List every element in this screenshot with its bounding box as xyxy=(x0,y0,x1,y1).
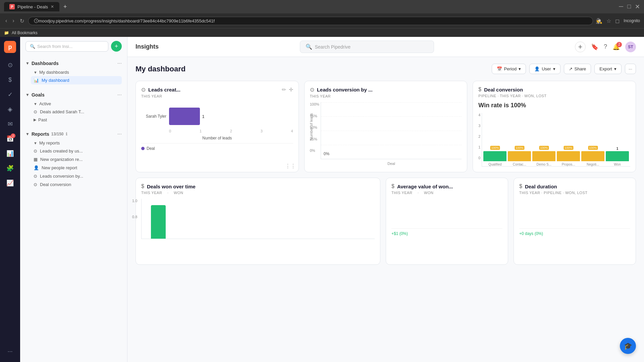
goals-menu[interactable]: ··· xyxy=(117,92,122,98)
share-icon: ↗ xyxy=(569,66,573,71)
nav-mail-icon[interactable]: ✉ xyxy=(3,117,17,131)
reports-info-icon[interactable]: ℹ xyxy=(66,132,67,136)
nav-back[interactable]: ‹ xyxy=(4,16,8,25)
dashboards-section-header[interactable]: ▼ Dashboards ··· xyxy=(25,58,122,68)
reports-section: ▼ Reports 13/150 ℹ ··· ▼ My reports ⊙ Le… xyxy=(20,126,127,191)
nav-incognito-icon[interactable]: 🕵 xyxy=(596,18,602,24)
topbar-search[interactable]: 🔍 Search Pipedrive xyxy=(300,41,434,53)
stage-bar-negotiation: 100% xyxy=(581,151,604,161)
report-new-people-label: New people report xyxy=(42,165,77,170)
nav-refresh[interactable]: ↻ xyxy=(18,16,25,25)
nav-forward[interactable]: › xyxy=(11,16,15,25)
nav-home-icon[interactable]: ⊙ xyxy=(3,58,17,72)
nav-star[interactable]: ☆ xyxy=(606,18,611,24)
report-leads-created[interactable]: ⊙ Leads created by us... xyxy=(31,147,122,155)
nav-activities-icon[interactable]: ✓ xyxy=(3,88,17,101)
browser-tab-close[interactable]: ✕ xyxy=(51,4,54,9)
goals-label: Goals xyxy=(32,92,45,98)
dashboards-label: Dashboards xyxy=(32,61,59,66)
nav-leads-icon[interactable]: ◈ xyxy=(3,103,17,116)
my-dashboard-item[interactable]: 📊 My dashboard xyxy=(31,76,122,84)
topbar-search-placeholder: Search Pipedrive xyxy=(315,44,351,50)
report-new-org[interactable]: ▦ New organization re... xyxy=(31,155,122,164)
deal-duration-header: $ Deal duration xyxy=(519,183,630,189)
leads-conv-subtitle: THIS YEAR xyxy=(310,94,462,98)
leads-conversion-widget: ⊙ Leads conversion by ... THIS YEAR 100%… xyxy=(304,81,468,172)
deal-conv-title: Deal conversion xyxy=(484,87,523,93)
nav-calendar-icon[interactable]: 📅 2 xyxy=(3,132,17,145)
report-deal-conversion[interactable]: ⊙ Deal conversion xyxy=(31,180,122,189)
topbar-help-icon[interactable]: ? xyxy=(604,43,607,50)
reports-arrow: ▼ xyxy=(25,132,30,136)
user-chevron: ▾ xyxy=(553,66,555,71)
sidebar-add-button[interactable]: + xyxy=(111,41,122,52)
sidebar-search-input[interactable]: 🔍 Search from Insi... xyxy=(25,41,108,52)
period-button[interactable]: 📅 Period ▾ xyxy=(492,64,526,74)
help-button[interactable]: 🎓 xyxy=(620,338,636,354)
browser-tab-title: Pipeline - Deals xyxy=(17,4,48,9)
won-bar xyxy=(151,205,166,239)
main-content: Insights 🔍 Search Pipedrive + 🔖 ? 🔔 2 ST xyxy=(127,37,644,362)
export-label: Export xyxy=(599,66,612,71)
pipedrive-logo[interactable]: p xyxy=(4,41,16,53)
stage-qualified: 1 100% Qualified xyxy=(483,147,506,166)
topbar-bookmark-icon[interactable]: 🔖 xyxy=(591,43,598,51)
nav-deals-icon[interactable]: $ xyxy=(3,73,17,86)
dashboard-header: My dashboard 📅 Period ▾ 👤 User ▾ ↗ Sha xyxy=(136,64,636,74)
my-dashboards-arrow: ▼ xyxy=(34,70,37,74)
nav-insights-icon[interactable]: 📈 xyxy=(3,176,17,190)
reports-menu[interactable]: ··· xyxy=(117,131,122,137)
stage-label-won: Won xyxy=(614,163,621,166)
browser-tab-add[interactable]: + xyxy=(63,3,67,10)
nav-reports-icon[interactable]: 📊 xyxy=(3,147,17,160)
widget-resize-handle[interactable]: ⋮⋮ xyxy=(285,163,296,169)
more-options-button[interactable]: ··· xyxy=(625,64,636,74)
deal-duration-footer: +0 days (0%) xyxy=(519,228,630,236)
reports-label: Reports xyxy=(32,131,49,137)
user-button[interactable]: 👤 User ▾ xyxy=(529,64,560,74)
browser-tab[interactable]: P Pipeline - Deals ✕ xyxy=(4,2,59,11)
url-text: moodjoy.pipedrive.com/progress/insights/… xyxy=(39,18,215,23)
nav-more-icon[interactable]: ··· xyxy=(3,345,17,358)
stage-bar-won xyxy=(606,151,629,161)
goals-section-header[interactable]: ▼ Goals ··· xyxy=(25,90,122,100)
leads-created-period: THIS YEAR xyxy=(141,94,162,98)
address-bar[interactable]: moodjoy.pipedrive.com/progress/insights/… xyxy=(28,17,593,25)
nav-profile[interactable]: ◻ xyxy=(615,18,620,24)
browser-favicon: P xyxy=(9,4,15,9)
report-leads-conversion[interactable]: ⊙ Leads conversion by... xyxy=(31,172,122,180)
browser-close[interactable]: ✕ xyxy=(635,3,640,10)
dashboards-menu[interactable]: ··· xyxy=(117,60,122,66)
conv-y-axis-label: Number of leads xyxy=(309,113,313,140)
browser-maximize[interactable]: □ xyxy=(627,3,631,10)
share-button[interactable]: ↗ Share xyxy=(564,64,591,74)
browser-minimize[interactable]: ─ xyxy=(619,3,623,10)
past-goals-header[interactable]: ▶ Past xyxy=(31,116,122,124)
deal-duration-subtitle-text: THIS YEAR · PIPELINE · WON, LOST xyxy=(519,191,587,195)
topbar-add-icon[interactable]: + xyxy=(575,42,586,52)
avg-value-subtitle: THIS YEAR · WON xyxy=(391,191,502,195)
leads-created-widget: ⊙ Leads creat... ✏ ✛ THIS YEAR xyxy=(136,81,299,172)
nav-contacts-icon[interactable]: 🧩 xyxy=(3,162,17,175)
report-new-people[interactable]: 👤 New people report xyxy=(31,164,122,172)
user-avatar[interactable]: ST xyxy=(625,42,636,52)
my-dashboards-header[interactable]: ▼ My dashboards xyxy=(31,68,122,76)
deals-won-chart: 1.0 0.8 xyxy=(141,199,375,239)
export-button[interactable]: Export ▾ xyxy=(594,64,622,74)
bookmarks-bar: 📁 All Bookmarks xyxy=(0,28,644,37)
goal-deals-added[interactable]: ⊙ Deals added Sarah T... xyxy=(31,108,122,116)
leads-chart-area: Sarah Tyler 1 0 1 2 3 xyxy=(141,102,293,140)
dashboard-title: My dashboard xyxy=(136,65,492,73)
stage-proposal: 1 100% Propos... xyxy=(557,147,580,166)
widget-grid-row2: $ Deals won over time THIS YEAR · WON 1.… xyxy=(136,178,636,265)
leads-created-add-icon[interactable]: ✛ xyxy=(289,86,293,93)
topbar-notification-icon[interactable]: 🔔 2 xyxy=(612,43,620,51)
deals-won-widget: $ Deals won over time THIS YEAR · WON 1.… xyxy=(136,178,380,265)
avg-value-title: Average value of won... xyxy=(397,184,453,189)
leads-created-edit-icon[interactable]: ✏ xyxy=(282,86,286,93)
my-reports-header[interactable]: ▼ My reports xyxy=(31,139,122,147)
reports-section-header[interactable]: ▼ Reports 13/150 ℹ ··· xyxy=(25,129,122,139)
active-goals-header[interactable]: ▼ Active xyxy=(31,100,122,108)
my-dashboards-subsection: ▼ My dashboards 📊 My dashboard xyxy=(31,68,122,84)
deals-won-period: THIS YEAR xyxy=(141,191,162,195)
